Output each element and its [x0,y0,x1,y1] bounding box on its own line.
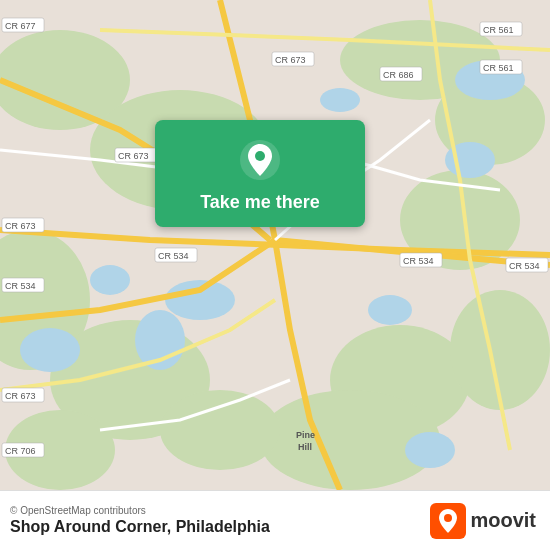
svg-text:CR 673: CR 673 [5,391,36,401]
city-name: Philadelphia [176,518,270,535]
svg-point-20 [20,328,80,372]
svg-point-16 [165,280,235,320]
moovit-text: moovit [470,509,536,532]
svg-text:CR 673: CR 673 [118,151,149,161]
svg-text:CR 534: CR 534 [5,281,36,291]
svg-text:CR 686: CR 686 [383,70,414,80]
svg-text:CR 534: CR 534 [403,256,434,266]
svg-point-21 [405,432,455,468]
svg-point-18 [90,265,130,295]
svg-text:CR 673: CR 673 [5,221,36,231]
svg-text:CR 706: CR 706 [5,446,36,456]
svg-text:CR 677: CR 677 [5,21,36,31]
take-me-there-label: Take me there [200,192,320,213]
osm-attribution: © OpenStreetMap contributors [10,505,270,516]
svg-point-51 [255,151,265,161]
svg-text:CR 561: CR 561 [483,63,514,73]
svg-text:CR 561: CR 561 [483,25,514,35]
svg-text:CR 534: CR 534 [158,251,189,261]
location-button[interactable]: Take me there [155,120,365,227]
moovit-icon [430,503,466,539]
svg-text:Pine: Pine [296,430,315,440]
svg-point-19 [368,295,412,325]
svg-text:CR 673: CR 673 [275,55,306,65]
place-info: Shop Around Corner, Philadelphia [10,518,270,536]
map-container: CR 677 CR 673 CR 673 CR 673 CR 686 CR 56… [0,0,550,490]
bottom-left: © OpenStreetMap contributors Shop Around… [10,505,270,536]
place-name: Shop Around Corner, [10,518,171,535]
moovit-logo: moovit [430,503,536,539]
pin-icon [238,138,282,182]
svg-text:CR 534: CR 534 [509,261,540,271]
svg-point-53 [444,514,452,522]
svg-point-12 [160,390,280,470]
svg-point-13 [320,88,360,112]
bottom-bar: © OpenStreetMap contributors Shop Around… [0,490,550,550]
svg-text:Hill: Hill [298,442,312,452]
